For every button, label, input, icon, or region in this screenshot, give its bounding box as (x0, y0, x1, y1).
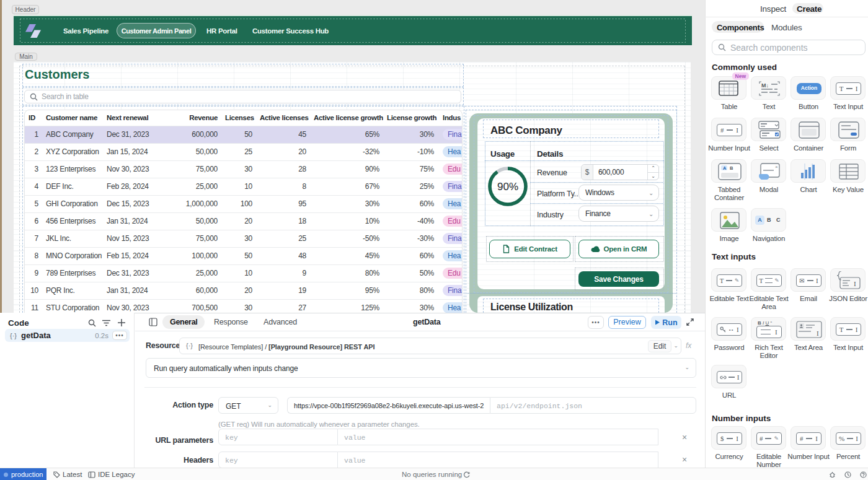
svg-text:×: × (775, 164, 778, 170)
svg-text:A: A (723, 165, 727, 171)
svg-text:M↓: M↓ (761, 82, 769, 89)
svg-text:I: I (854, 280, 856, 287)
svg-text:I: I (817, 329, 819, 337)
svg-text:B: B (730, 165, 733, 171)
